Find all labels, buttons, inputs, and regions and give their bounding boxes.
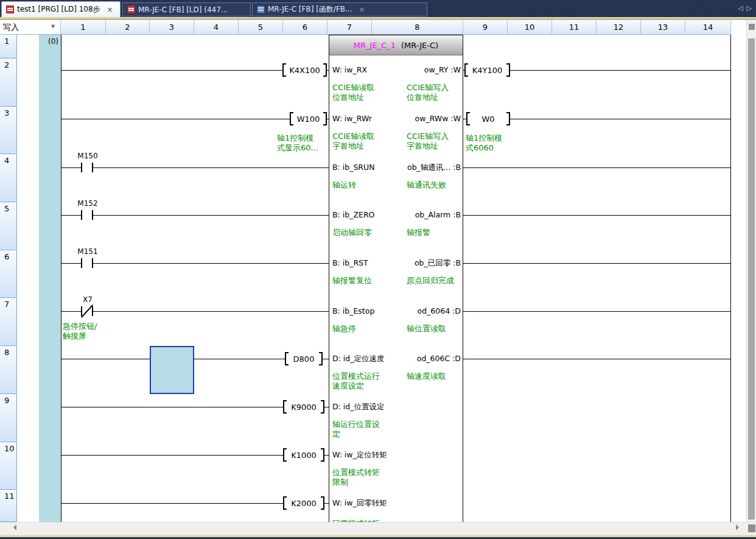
row-header-3: 3 <box>0 107 17 154</box>
device-comment: 轴1控制模 式6060 <box>466 133 517 153</box>
edit-mode-label: 写入 <box>3 22 19 33</box>
fb-output-pin[interactable]: ob_Alarm :B <box>365 210 461 220</box>
column-header-14: 14 <box>685 20 731 35</box>
fb-pin-comment: 轴位置读取 <box>407 324 446 334</box>
operand-value: K2000 <box>291 499 317 508</box>
rung-wire <box>463 167 730 168</box>
fb-pin-comment: 轴速度读取 <box>407 372 446 381</box>
close-tab-icon[interactable]: × <box>107 6 113 13</box>
bracket <box>321 400 324 414</box>
device-comment: 轴1控制模 式显示60... <box>277 133 328 153</box>
fb-input-pin[interactable]: W: iw_RX <box>332 65 367 75</box>
row-header-10: 10 <box>0 442 17 490</box>
tab-mrjec-fblib[interactable]: MR-JE-C [FB] [函数/FB... × <box>252 2 427 16</box>
fb-output-pin[interactable]: od_6064 :D <box>365 306 461 316</box>
rung-wire <box>61 215 329 216</box>
operand-value: K9000 <box>291 403 317 412</box>
operand-w0[interactable]: W0 <box>466 112 510 125</box>
fb-pin-comment: CCIE轴读取 位首地址 <box>332 83 374 102</box>
rung-wire <box>463 311 730 312</box>
tab-label: MR-JE-C [FB] [函数/FB... <box>268 4 352 15</box>
operand-k2000[interactable]: K2000 <box>283 496 324 510</box>
fb-pin-comment: 轴报警 <box>407 228 430 238</box>
fb-input-pin[interactable]: B: ib_RST <box>332 258 368 268</box>
row-header-8: 8 <box>0 346 17 394</box>
operand-value: K4Y100 <box>472 66 503 75</box>
tab-scroll-right-icon[interactable]: ▷ <box>746 4 755 12</box>
ladder-program-icon <box>6 5 14 13</box>
tab-label: test1 [PRG] [LD] 108步 <box>17 4 100 15</box>
clipped-comment: 回零模式转矩 <box>332 519 411 522</box>
operand-w100[interactable]: W100 <box>290 112 327 125</box>
close-tab-icon[interactable]: × <box>359 6 365 13</box>
fb-pin-comment: 回零模式转矩 <box>332 519 380 522</box>
operand-k4x100[interactable]: K4X100 <box>282 63 327 77</box>
fb-header: MR_JE_C_1 (MR-JE-C) <box>329 35 463 55</box>
rung-wire <box>61 311 329 312</box>
fb-input-pin[interactable]: W: iw_回零转矩 <box>332 498 387 508</box>
fb-pin-comment: 轴运转 <box>332 180 356 190</box>
scroll-left-icon[interactable] <box>10 524 16 530</box>
contact-label: X7 <box>69 295 106 304</box>
column-header-5: 5 <box>239 20 283 35</box>
fb-output-pin[interactable]: ob_轴通讯... :B <box>365 163 461 172</box>
chevron-down-icon[interactable]: ▼ <box>51 24 55 29</box>
fb-output-pin[interactable]: ow_RWw :W <box>365 114 461 124</box>
fb-library-icon <box>257 5 265 13</box>
column-header-1: 1 <box>61 20 106 35</box>
ladder-cell-cursor[interactable] <box>150 346 194 394</box>
no-contact-m150[interactable] <box>81 163 93 172</box>
tab-mrjec-ld[interactable]: MR-JE-C [FB] [LD] (447... <box>122 2 251 16</box>
tab-test1-prg[interactable]: test1 [PRG] [LD] 108步 × <box>1 1 121 17</box>
tab-scroll-arrows[interactable]: ◁▷ <box>738 4 755 12</box>
scrollbar-corner-box[interactable] <box>748 524 755 532</box>
contact-label: M151 <box>69 247 106 256</box>
bracket <box>319 352 323 365</box>
horizontal-scrollbar[interactable] <box>0 522 756 534</box>
row-header-7: 7 <box>0 298 17 346</box>
row-header-9: 9 <box>0 394 17 442</box>
fb-pin-comment: CCIE轴写入 位首地址 <box>407 83 449 102</box>
bracket <box>323 112 327 125</box>
operand-k9000[interactable]: K9000 <box>283 400 324 414</box>
fb-pin-comment: 位置模式运行 速度设定 <box>332 372 380 391</box>
column-header-9: 9 <box>463 20 508 35</box>
vertical-scrollbar-top-button[interactable] <box>749 24 755 30</box>
fb-input-pin[interactable]: W: iw_定位转矩 <box>332 450 387 460</box>
bracket <box>282 63 286 77</box>
fb-output-pin[interactable]: ob_已回零 :B <box>365 258 461 268</box>
operand-k4y100[interactable]: K4Y100 <box>464 63 510 77</box>
no-contact-m151[interactable] <box>81 258 93 268</box>
fb-pin-comment: 轴急停 <box>332 324 356 334</box>
ladder-program-icon <box>127 5 135 13</box>
bracket <box>283 400 287 414</box>
column-header-4: 4 <box>194 20 239 35</box>
bracket <box>290 112 293 125</box>
fb-output-pin[interactable]: od_606C :D <box>365 354 461 364</box>
ladder-editor-window: test1 [PRG] [LD] 108步 × MR-JE-C [FB] [LD… <box>0 0 756 539</box>
operand-k1000[interactable]: K1000 <box>283 448 324 462</box>
bracket <box>506 112 510 125</box>
rung-wire <box>61 167 329 168</box>
column-header-7: 7 <box>327 20 372 35</box>
right-power-rail <box>730 35 731 522</box>
rung-wire <box>61 263 329 264</box>
no-contact-m152[interactable] <box>81 210 93 220</box>
row-header-6: 6 <box>0 250 17 298</box>
bracket <box>506 63 510 77</box>
operand-value: K1000 <box>291 451 317 460</box>
row-header-2: 2 <box>0 58 17 107</box>
scroll-right-icon[interactable] <box>736 524 742 530</box>
tab-scroll-left-icon[interactable]: ◁ <box>738 4 746 12</box>
operand-d800[interactable]: D800 <box>285 352 323 365</box>
fb-input-pin[interactable]: D: id_位置设定 <box>332 402 384 412</box>
bracket <box>285 352 289 365</box>
step-number: (0) <box>37 37 58 46</box>
rung-wire <box>463 359 730 359</box>
vertical-scrollbar-thumb[interactable] <box>748 38 755 520</box>
left-power-rail <box>61 35 61 522</box>
bracket <box>321 448 324 462</box>
fb-output-pin[interactable]: ow_RY :W <box>365 65 461 75</box>
operand-value: W0 <box>481 114 494 124</box>
column-header-11: 11 <box>552 20 597 35</box>
